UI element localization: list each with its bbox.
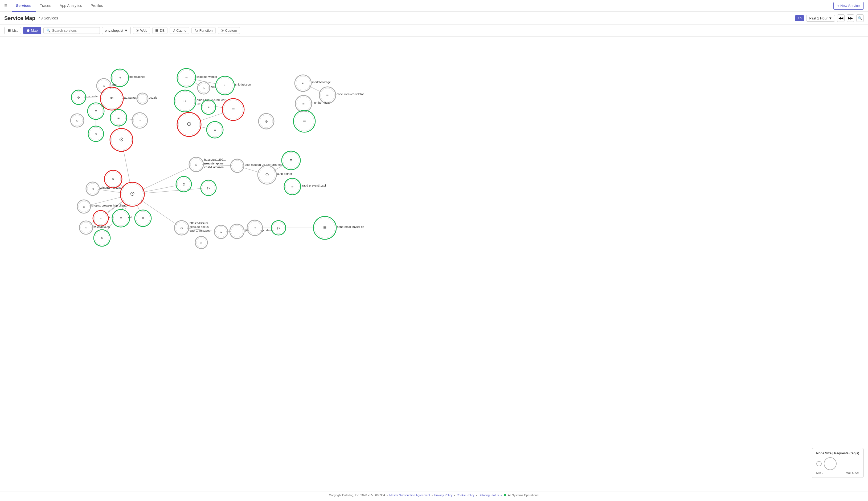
svg-text:⊙: ⊙: [200, 242, 202, 244]
top-navigation: ☰ Services Traces App Analytics Profiles…: [0, 0, 868, 12]
node-node-center[interactable]: ⊙: [120, 182, 144, 206]
node-node-a6[interactable]: ⊙: [110, 128, 133, 151]
chevron-down-icon: ▼: [124, 29, 128, 32]
node-node-a3[interactable]: ⊙: [70, 114, 84, 127]
node-node-e2[interactable]: ⊙: [247, 220, 263, 236]
svg-text:≡: ≡: [95, 109, 97, 113]
node-email-queue-producer[interactable]: ≈email-queue-producer: [174, 90, 226, 112]
svg-text:https://gz1sf92...: https://gz1sf92...: [204, 158, 226, 161]
node-send-email-mysql[interactable]: ≡send-email-mysql-db: [314, 216, 364, 239]
svg-text:⊙: ⊙: [183, 182, 185, 186]
footer-link-msa[interactable]: Master Subscription Agreement: [389, 493, 430, 497]
time-back-button[interactable]: ◀◀: [837, 14, 845, 22]
footer-link-cookie[interactable]: Cookie Policy: [457, 493, 474, 497]
svg-text:≡: ≡: [120, 216, 122, 220]
node-node-b4[interactable]: ≈: [94, 230, 110, 246]
search-input[interactable]: [52, 29, 97, 32]
search-bar[interactable]: 🔍: [43, 27, 100, 34]
node-node-b2[interactable]: ≡: [112, 210, 130, 227]
svg-text:ƒx: ƒx: [277, 226, 281, 230]
svg-text:≈: ≈: [95, 132, 97, 136]
node-node-a1[interactable]: ≡: [88, 103, 104, 119]
env-filter-dropdown[interactable]: env:shop.ist ▼: [102, 27, 131, 34]
svg-text:⊙: ⊙: [180, 226, 183, 230]
node-auth-dotnet[interactable]: ⊙auth-dotnet: [258, 166, 292, 184]
node-node-d1[interactable]: ⊙: [259, 114, 274, 129]
node-corp-site[interactable]: ⊙corp-site: [72, 90, 98, 105]
footer-link-status[interactable]: Datadog Status →: [479, 493, 503, 497]
node-node-a4[interactable]: ≈: [132, 113, 147, 128]
time-preset-button[interactable]: 1h: [795, 15, 804, 21]
svg-text:fraud-preventi...api: fraud-preventi...api: [301, 184, 326, 187]
time-forward-button[interactable]: ▶▶: [847, 14, 854, 22]
nav-tabs: Services Traces App Analytics Profiles: [12, 0, 107, 12]
service-count: 49 Services: [39, 16, 58, 20]
svg-text:memcached: memcached: [129, 75, 145, 78]
list-icon: ☰: [8, 29, 11, 32]
filter-function[interactable]: ƒx Function: [191, 27, 216, 34]
web-icon: ☉: [136, 29, 139, 32]
node-node-b3[interactable]: ≡: [135, 210, 151, 226]
svg-text:⊙: ⊙: [76, 119, 78, 122]
tab-app-analytics[interactable]: App Analytics: [55, 0, 86, 12]
time-controls: 1h Past 1 Hour ▼ ◀◀ ▶▶ 🔍: [795, 14, 864, 22]
svg-text:⊙: ⊙: [130, 190, 135, 197]
filter-web[interactable]: ☉ Web: [133, 27, 151, 34]
node-fraud-preventi-api[interactable]: ≡fraud-preventi...api: [284, 178, 326, 195]
toolbar: ☰ List ⬢ Map 🔍 env:shop.ist ▼ ☉ Web ☰ DB…: [0, 25, 868, 36]
svg-text:≡: ≡: [290, 158, 292, 162]
svg-text:≈: ≈: [224, 83, 226, 88]
node-https-gz1sf92[interactable]: ⊙https://gz1sf92...execute-api.us-east-1…: [189, 157, 226, 172]
node-node-c6[interactable]: ƒx: [201, 180, 216, 195]
footer-status-text: All Systems Operational: [508, 493, 539, 497]
svg-text:≈: ≈: [139, 119, 141, 122]
node-node-e1[interactable]: ≈: [215, 225, 228, 238]
node-node-b1[interactable]: ≈: [105, 170, 122, 188]
env-label: env:shop.ist: [105, 29, 123, 32]
new-service-button[interactable]: + New Service: [833, 2, 864, 10]
svg-text:≡: ≡: [142, 216, 144, 220]
tab-services[interactable]: Services: [12, 0, 36, 12]
time-range-select[interactable]: Past 1 Hour ▼: [806, 15, 835, 22]
map-icon: ⬢: [26, 29, 30, 32]
node-shipfast[interactable]: ≈shipfast.com: [216, 76, 252, 95]
svg-point-55: [138, 94, 147, 103]
svg-point-188: [231, 225, 243, 237]
node-node-c4[interactable]: ≡: [207, 121, 223, 138]
node-node-c5[interactable]: ⊙: [176, 177, 191, 192]
svg-text:curl: curl: [112, 83, 117, 86]
node-node-e4[interactable]: ⊙: [195, 236, 207, 249]
nodes-layer[interactable]: ≈memcached≈curl⊙corp-site≈ad-server-grap…: [70, 68, 364, 249]
svg-text:email-queue-producer: email-queue-producer: [197, 98, 226, 102]
svg-text:⊙: ⊙: [83, 205, 85, 209]
svg-text:⊙: ⊙: [265, 172, 269, 177]
list-view-button[interactable]: ☰ List: [4, 27, 21, 34]
node-node-a2[interactable]: ≡: [110, 109, 127, 126]
node-node-c1[interactable]: ≡: [201, 100, 216, 114]
service-map-svg[interactable]: ≈memcached≈curl⊙corp-site≈ad-server-grap…: [0, 36, 868, 491]
svg-text:⊙: ⊙: [77, 96, 80, 99]
svg-point-147: [232, 160, 243, 171]
svg-text:≈: ≈: [112, 177, 114, 181]
global-search-button[interactable]: 🔍: [856, 14, 864, 22]
filter-custom[interactable]: ☉ Custom: [218, 27, 240, 34]
node-node-d2[interactable]: ≡: [294, 110, 315, 132]
filter-db[interactable]: ☰ DB: [152, 27, 167, 34]
node-node-d3[interactable]: ≡: [282, 151, 300, 170]
svg-text:≈: ≈: [220, 231, 222, 234]
tab-traces[interactable]: Traces: [36, 0, 55, 12]
svg-text:auth-dotnet: auth-dotnet: [277, 172, 292, 175]
node-node-c2[interactable]: ≡: [222, 99, 244, 120]
svg-text:≈: ≈: [185, 75, 187, 80]
tab-profiles[interactable]: Profiles: [86, 0, 107, 12]
hamburger-icon[interactable]: ☰: [4, 4, 8, 8]
svg-text:number-facts: number-facts: [312, 101, 330, 104]
chevron-down-icon: ▼: [828, 16, 832, 20]
node-node-c3[interactable]: ⊙: [177, 113, 201, 137]
footer-link-privacy[interactable]: Privacy Policy: [434, 493, 452, 497]
node-node-a5[interactable]: ≈: [88, 126, 103, 141]
filter-cache[interactable]: ☌ Cache: [169, 27, 189, 34]
map-view-button[interactable]: ⬢ Map: [23, 27, 41, 34]
node-https-d3aium[interactable]: ⊙https://d3aium...execute-api.us-east-1.…: [174, 221, 211, 235]
node-node-e3[interactable]: ƒx: [271, 221, 286, 235]
